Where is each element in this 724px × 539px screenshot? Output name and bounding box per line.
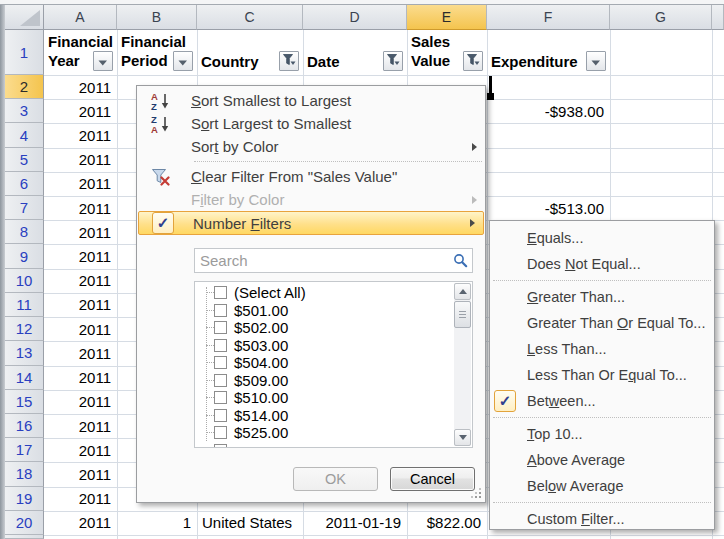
checkbox-unchecked[interactable] <box>214 409 227 422</box>
list-item-partial[interactable] <box>195 442 453 448</box>
list-item-509-00[interactable]: $509.00 <box>195 372 453 390</box>
row-header-8[interactable]: 8 <box>5 220 44 244</box>
row-header-3[interactable]: 3 <box>5 99 44 123</box>
cell-a18[interactable]: 2011 <box>44 462 117 486</box>
list-item-504-00[interactable]: $504.00 <box>195 354 453 372</box>
list-item-514-00[interactable]: $514.00 <box>195 407 453 425</box>
cell-a3[interactable]: 2011 <box>44 99 117 123</box>
list-item-525-00[interactable]: $525.00 <box>195 424 453 442</box>
cell-a15[interactable]: 2011 <box>44 390 117 414</box>
column-header-c[interactable]: C <box>197 5 303 30</box>
cell-a9[interactable]: 2011 <box>44 244 117 268</box>
column-header-a[interactable]: A <box>44 5 117 30</box>
checkbox-unchecked[interactable] <box>214 321 227 334</box>
active-cell-fill-handle[interactable] <box>487 93 494 100</box>
cell-a14[interactable]: 2011 <box>44 366 117 390</box>
list-item-select-all[interactable]: (Select All) <box>195 284 453 302</box>
cell-a12[interactable]: 2011 <box>44 317 117 341</box>
menu-item-less-than-or-equal-to[interactable]: Less Than Or Equal To... <box>490 362 714 388</box>
column-header-b[interactable]: B <box>117 5 197 30</box>
filter-button-c-funnel[interactable] <box>279 51 299 71</box>
row-header-15[interactable]: 15 <box>5 390 44 414</box>
column-header-d[interactable]: D <box>303 5 407 30</box>
cell-a7[interactable]: 2011 <box>44 196 117 220</box>
cell-a2[interactable]: 2011 <box>44 75 117 99</box>
checkbox-unchecked[interactable] <box>214 444 227 447</box>
column-header-f[interactable]: F <box>487 5 610 30</box>
cell-a4[interactable]: 2011 <box>44 123 117 147</box>
cell-d20[interactable]: 2011-01-19 <box>303 511 407 535</box>
filter-button-a-arrow[interactable] <box>93 51 113 71</box>
scroll-down-button[interactable] <box>454 429 471 446</box>
cell-f7[interactable]: -$513.00 <box>487 196 610 220</box>
cancel-button[interactable]: Cancel <box>390 467 475 491</box>
filter-button-e-funnel[interactable] <box>463 51 483 71</box>
column-header-g[interactable]: G <box>610 5 712 30</box>
row-header-2[interactable]: 2 <box>5 75 44 99</box>
checkbox-unchecked[interactable] <box>214 391 227 404</box>
header-cell-date[interactable]: Date <box>303 30 385 75</box>
cell-e20[interactable]: $822.00 <box>407 511 487 535</box>
menu-item-greater-than[interactable]: Greater Than... <box>490 284 714 310</box>
cell-a17[interactable]: 2011 <box>44 438 117 462</box>
select-all-corner[interactable] <box>5 5 44 30</box>
row-header-10[interactable]: 10 <box>5 269 44 293</box>
menu-item-does-not-equal[interactable]: Does Not Equal... <box>490 251 714 277</box>
cell-a19[interactable]: 2011 <box>44 487 117 511</box>
filter-button-d-funnel[interactable] <box>383 51 403 71</box>
menu-item-sort-largest-to-smallest[interactable]: ZASort Largest to Smallest <box>137 112 485 135</box>
row-header-19[interactable]: 19 <box>5 487 44 511</box>
cell-c20[interactable]: United States <box>197 511 303 535</box>
filter-button-b-arrow[interactable] <box>173 51 193 71</box>
menu-item-equals[interactable]: Equals... <box>490 225 714 251</box>
menu-item-between[interactable]: ✓Between... <box>490 388 714 414</box>
menu-item-clear-filter-from-sales-value[interactable]: Clear Filter From "Sales Value" <box>137 165 485 188</box>
cell-a5[interactable]: 2011 <box>44 148 117 172</box>
row-header-20[interactable]: 20 <box>5 511 44 535</box>
menu-item-top-10[interactable]: Top 10... <box>490 421 714 447</box>
row-header-4[interactable]: 4 <box>5 123 44 147</box>
menu-item-below-average[interactable]: Below Average <box>490 473 714 499</box>
checkbox-unchecked[interactable] <box>214 339 227 352</box>
row-header-7[interactable]: 7 <box>5 196 44 220</box>
header-cell-sales-value[interactable]: Sales Value <box>407 30 465 75</box>
cell-a6[interactable]: 2011 <box>44 172 117 196</box>
filter-button-f-arrow[interactable] <box>586 51 606 71</box>
row-header-16[interactable]: 16 <box>5 414 44 438</box>
checkbox-unchecked[interactable] <box>214 426 227 439</box>
header-cell-country[interactable]: Country <box>197 30 281 75</box>
checkbox-unchecked[interactable] <box>214 356 227 369</box>
checkbox-unchecked[interactable] <box>214 374 227 387</box>
row-header-14[interactable]: 14 <box>5 366 44 390</box>
cell-a20[interactable]: 2011 <box>44 511 117 535</box>
row-header-partial[interactable] <box>5 535 44 539</box>
row-header-18[interactable]: 18 <box>5 462 44 486</box>
cell-a11[interactable]: 2011 <box>44 293 117 317</box>
checkbox-unchecked[interactable] <box>214 304 227 317</box>
row-header-5[interactable]: 5 <box>5 148 44 172</box>
list-scrollbar[interactable] <box>454 283 471 446</box>
row-header-9[interactable]: 9 <box>5 244 44 268</box>
cell-a8[interactable]: 2011 <box>44 220 117 244</box>
menu-item-less-than[interactable]: Less Than... <box>490 336 714 362</box>
row-header-13[interactable]: 13 <box>5 341 44 365</box>
menu-item-sort-smallest-to-largest[interactable]: AZSort Smallest to Largest <box>137 89 485 112</box>
resize-grip[interactable] <box>472 489 482 499</box>
row-header-11[interactable]: 11 <box>5 293 44 317</box>
row-header-17[interactable]: 17 <box>5 438 44 462</box>
menu-item-above-average[interactable]: Above Average <box>490 447 714 473</box>
menu-item-custom-filter[interactable]: Custom Filter... <box>490 506 714 532</box>
scrollbar-thumb[interactable] <box>454 301 471 328</box>
row-header-1[interactable]: 1 <box>5 30 44 75</box>
menu-item-number-filters[interactable]: ✓Number Filters <box>138 211 484 235</box>
menu-item-sort-by-color[interactable]: Sort by Color <box>137 135 485 158</box>
cell-a10[interactable]: 2011 <box>44 269 117 293</box>
menu-item-greater-than-or-equal-to[interactable]: Greater Than Or Equal To... <box>490 310 714 336</box>
cell-a13[interactable]: 2011 <box>44 341 117 365</box>
cell-f3[interactable]: -$938.00 <box>487 99 610 123</box>
column-header-e[interactable]: E <box>407 5 487 30</box>
cell-b20[interactable]: 1 <box>117 511 197 535</box>
list-item-503-00[interactable]: $503.00 <box>195 337 453 355</box>
checkbox-unchecked[interactable] <box>214 286 227 299</box>
header-cell-financial-period[interactable]: Financial Period <box>117 30 175 75</box>
